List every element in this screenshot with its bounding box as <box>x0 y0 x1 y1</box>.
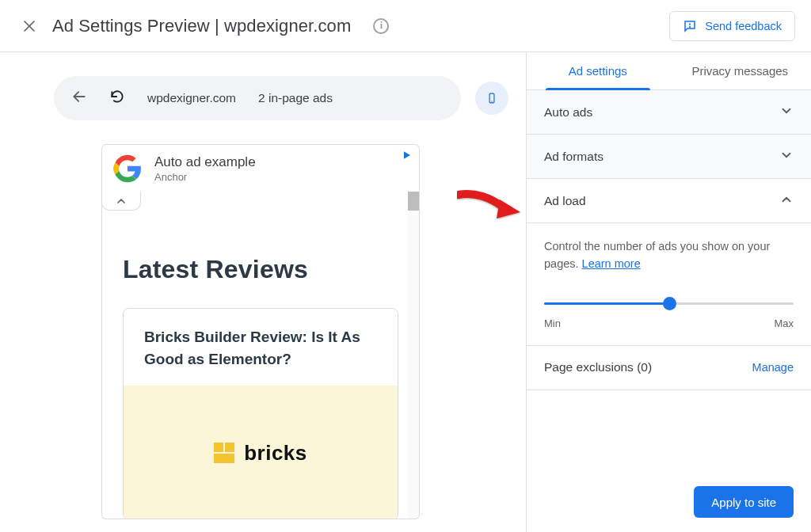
send-feedback-button[interactable]: Send feedback <box>669 11 795 41</box>
back-icon[interactable] <box>71 89 87 108</box>
learn-more-link[interactable]: Learn more <box>582 257 641 270</box>
review-card-image: bricks <box>124 386 398 519</box>
ad-load-body: Control the number of ads you show on yo… <box>527 223 811 346</box>
preview-area: wpdexigner.com 2 in-page ads <box>0 52 526 532</box>
panel-tabs: Ad settings Privacy messages <box>527 52 811 90</box>
google-logo-icon <box>113 154 142 183</box>
ad-load-slider[interactable] <box>544 295 794 313</box>
bricks-logo-icon <box>214 443 234 463</box>
chevron-up-icon[interactable] <box>101 192 141 211</box>
page-exclusions-label: Page exclusions (0) <box>544 360 652 374</box>
feedback-icon <box>683 19 697 33</box>
section-page-exclusions: Page exclusions (0) Manage <box>527 346 811 390</box>
ad-collapse-bar <box>101 192 420 211</box>
top-bar: Ad Settings Preview | wpdexigner.com i S… <box>0 0 811 52</box>
review-card: Bricks Builder Review: Is It As Good as … <box>123 308 398 519</box>
chevron-up-icon <box>779 192 794 210</box>
scrollbar-stub <box>408 211 419 519</box>
section-ad-formats[interactable]: Ad formats <box>527 135 811 179</box>
section-auto-ads[interactable]: Auto ads <box>527 90 811 135</box>
tab-privacy-messages[interactable]: Privacy messages <box>669 52 812 89</box>
ad-load-description: Control the number of ads you show on yo… <box>544 238 794 273</box>
manage-link[interactable]: Manage <box>752 361 794 374</box>
info-icon[interactable]: i <box>373 18 389 34</box>
adchoices-icon[interactable] <box>402 150 413 164</box>
preview-heading: Latest Reviews <box>102 255 419 284</box>
section-ad-load[interactable]: Ad load <box>527 179 811 223</box>
slider-max-label: Max <box>774 317 794 329</box>
url-bar: wpdexigner.com 2 in-page ads <box>54 76 461 120</box>
device-toggle-button[interactable] <box>475 82 508 115</box>
annotation-arrow-icon <box>457 188 522 222</box>
send-feedback-label: Send feedback <box>705 20 782 32</box>
auto-ad-banner: Auto ad example Anchor <box>101 144 420 192</box>
section-label: Ad formats <box>544 150 603 164</box>
ad-example-title: Auto ad example <box>154 154 256 170</box>
preview-toolbar: wpdexigner.com 2 in-page ads <box>54 76 508 120</box>
page-title: Ad Settings Preview | wpdexigner.com <box>52 16 351 36</box>
ad-example-subtitle: Anchor <box>154 171 256 183</box>
svg-point-3 <box>690 26 691 27</box>
review-card-title: Bricks Builder Review: Is It As Good as … <box>124 309 398 378</box>
section-label: Ad load <box>544 194 586 208</box>
section-label: Auto ads <box>544 105 592 120</box>
chevron-down-icon <box>779 104 794 121</box>
top-bar-left: Ad Settings Preview | wpdexigner.com i <box>22 16 389 36</box>
reload-icon[interactable] <box>109 89 125 108</box>
chevron-down-icon <box>779 148 794 165</box>
apply-to-site-button[interactable]: Apply to site <box>694 486 794 518</box>
preview-page: Latest Reviews Bricks Builder Review: Is… <box>101 211 420 519</box>
ads-count-label: 2 in-page ads <box>258 91 333 105</box>
svg-marker-7 <box>404 151 410 158</box>
svg-marker-8 <box>497 200 520 218</box>
slider-thumb[interactable] <box>663 297 676 310</box>
settings-panel: Ad settings Privacy messages Auto ads Ad… <box>526 52 811 532</box>
site-preview: Auto ad example Anchor Latest Reviews Br… <box>101 144 420 519</box>
tab-ad-settings[interactable]: Ad settings <box>527 52 669 89</box>
scrollbar-stub <box>408 192 419 211</box>
slider-min-label: Min <box>544 317 561 329</box>
close-icon[interactable] <box>22 19 36 33</box>
url-text: wpdexigner.com <box>147 91 236 105</box>
bricks-logo-text: bricks <box>244 441 307 466</box>
panel-footer: Apply to site <box>527 472 811 532</box>
